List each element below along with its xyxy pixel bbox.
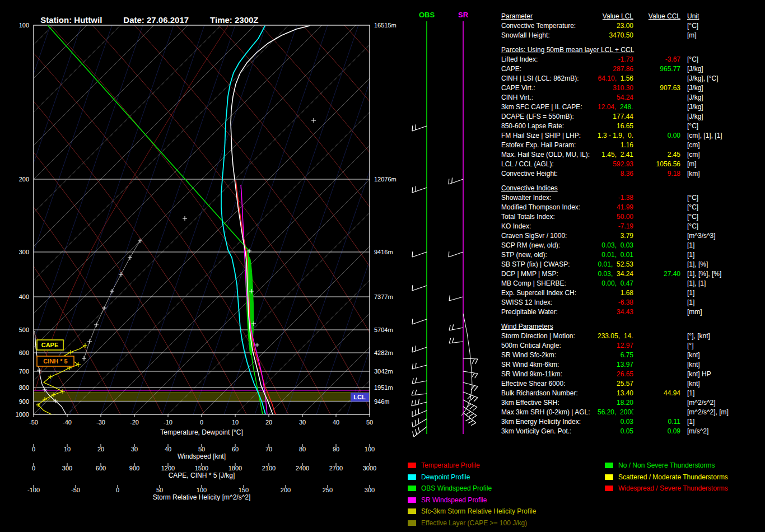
- value-lcl: 6.75: [598, 351, 633, 359]
- value: 0.03: [621, 418, 633, 426]
- value-ccl: [633, 241, 680, 249]
- value-lcl: 592.93: [598, 160, 633, 168]
- wind-barb: [412, 377, 427, 384]
- table-body: Convective Temperature:23.00[°C]Snowfall…: [501, 22, 763, 437]
- row-values: 6.75: [598, 351, 680, 359]
- profile-marker: [311, 118, 316, 123]
- row-label: SCP RM (new, old):: [501, 241, 598, 249]
- row-label: Storm Direction | Motion:: [501, 332, 598, 340]
- value-lcl: 310.30: [598, 84, 633, 92]
- value: 13.40: [617, 389, 633, 397]
- value: 0.47: [621, 279, 633, 287]
- srh-tick-label: 200: [281, 487, 291, 493]
- row-label: KO Index:: [501, 222, 598, 230]
- value-lcl: 34.43: [598, 308, 633, 316]
- row-values: 41.99: [598, 203, 680, 211]
- value: 0.01,: [598, 260, 617, 268]
- value-lcl: 3.79: [598, 232, 633, 240]
- row-label: Lifted Index:: [501, 55, 598, 63]
- value: 16.65: [617, 122, 633, 130]
- row-values: 0.050.09: [598, 427, 680, 435]
- value-ccl: 907.63: [633, 84, 680, 92]
- row-values: -6.38: [598, 298, 680, 306]
- value-ccl: [633, 308, 680, 316]
- value-lcl: 3470.50: [598, 31, 633, 39]
- pressure-tick-label: 200: [19, 176, 29, 183]
- value: 287.86: [613, 65, 633, 73]
- value: 1.56: [621, 74, 633, 82]
- temp-tick-label: -20: [130, 419, 139, 426]
- value: 2.45: [668, 151, 680, 158]
- wind-barb: [412, 251, 427, 257]
- table-row: CAPE Virt.:310.30907.63[J/kg]: [501, 84, 763, 94]
- wind-tick-label: 80: [299, 446, 306, 452]
- row-unit: [1]: [687, 241, 694, 249]
- lcl-label-box: LCL: [351, 393, 369, 402]
- pressure-tick-label: 800: [19, 384, 29, 391]
- row-unit: [1]: [687, 251, 694, 259]
- value-lcl: 1.3 - 1.9, 0.15: [598, 132, 633, 139]
- value-lcl: -1.38: [598, 194, 633, 202]
- value: 8.36: [621, 170, 633, 178]
- value: 0.00,: [601, 279, 620, 287]
- pressure-tick-label: 400: [19, 293, 29, 300]
- value: 25.57: [617, 380, 633, 388]
- srh-tick-label: 150: [239, 487, 249, 493]
- temp-tick-label: 20: [265, 419, 272, 426]
- value: -1.38: [618, 194, 633, 202]
- row-label: CINH | LSI (LCL: 862mB):: [501, 74, 598, 82]
- pressure-tick-label: 300: [19, 249, 29, 255]
- value-ccl: -3.67: [633, 55, 680, 63]
- value: 0.05: [621, 427, 633, 435]
- isotherm-line: [134, 25, 524, 414]
- isotherm-line: [168, 25, 557, 414]
- value: 1.16: [621, 141, 633, 149]
- row-unit: [°C]: [687, 222, 698, 230]
- table-row: Showalter Index:-1.38[°C]: [501, 194, 763, 203]
- value-lcl: 233.05, 14.58: [598, 332, 633, 340]
- table-row: 500m Critical Angle:12.97[°]: [501, 342, 763, 351]
- mixing-ratio-line: [70, 25, 204, 414]
- value-ccl: [633, 113, 680, 120]
- wind-barb: [412, 319, 427, 324]
- lcl-box-text: LCL: [353, 394, 366, 400]
- mixing-ratio-line: [224, 25, 358, 414]
- table-row: Storm Direction | Motion:233.05, 14.58[°…: [501, 332, 763, 342]
- table-row: SCP RM (new, old):0.03, 0.03[1]: [501, 241, 763, 251]
- value-lcl: 41.99: [598, 203, 633, 211]
- wind-barb: [463, 407, 477, 418]
- row-unit: [knt]: [687, 361, 700, 368]
- profile-marker: [128, 255, 132, 260]
- page-title: Station: HuttwilDate: 27.06.2017Time: 23…: [36, 6, 280, 25]
- dry-adiabat: [260, 25, 540, 414]
- value: 34.24: [617, 270, 633, 278]
- wind-tick-label: 60: [232, 446, 239, 452]
- wind-barb: [412, 363, 427, 369]
- row-unit: [1]: [687, 418, 694, 426]
- row-values: -7.19: [598, 222, 680, 230]
- temp-tick-label: 50: [366, 419, 373, 426]
- row-values: 3470.50: [598, 31, 680, 39]
- row-values: 1.16: [598, 141, 680, 149]
- temp-axis-title: Temperature, Dewpoint [°C]: [160, 428, 243, 436]
- wind-barb: [412, 285, 427, 291]
- row-values: 0.030.11: [598, 418, 680, 426]
- cape-tick-label: 900: [129, 465, 139, 472]
- altitude-label: 3042m: [374, 368, 393, 375]
- cape-tick-label: 1800: [228, 465, 242, 472]
- row-values: 287.86965.77: [598, 65, 680, 73]
- row-label: Modified Thompson Index:: [501, 203, 598, 211]
- row-label: Max. Hail Size (OLD, MU, IL):: [501, 151, 598, 158]
- row-unit: [km]: [687, 170, 700, 178]
- mixing-ratio-line: [162, 25, 297, 414]
- table-row: SR Wind Sfc-2km:6.75[knt]: [501, 351, 763, 361]
- row-unit: [1]: [687, 389, 694, 397]
- wind-barb: [463, 400, 477, 410]
- mixing-ratio-line: [286, 25, 420, 414]
- table-row: Precipitable Water:34.43[mm]: [501, 308, 763, 318]
- profile-marker: [94, 323, 99, 327]
- value-ccl: [633, 361, 680, 368]
- row-label: DCP | MMP | MSP:: [501, 270, 598, 278]
- cape-label-box: CAPE: [37, 340, 63, 350]
- pressure-tick-label: 100: [19, 22, 29, 29]
